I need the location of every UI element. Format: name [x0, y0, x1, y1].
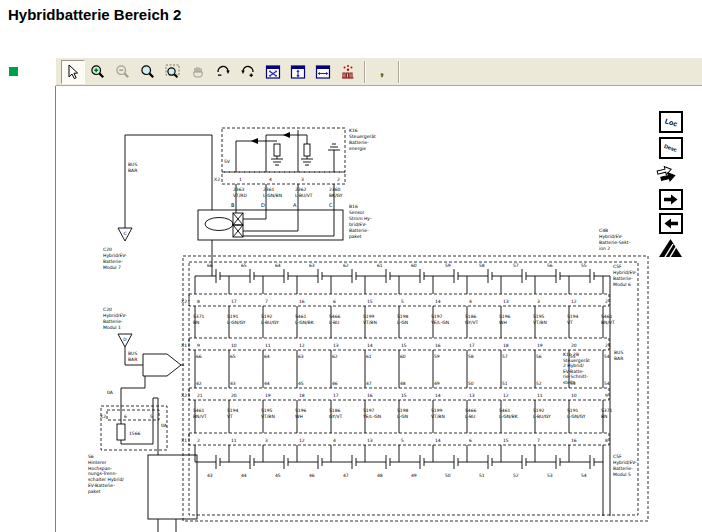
- svg-text:5195: 5195: [533, 314, 545, 319]
- svg-text:5194: 5194: [227, 408, 239, 413]
- svg-text:54: 54: [581, 473, 587, 478]
- svg-text:2: 2: [605, 299, 608, 304]
- svg-text:61: 61: [366, 354, 372, 359]
- toolbar-separator: [398, 61, 400, 83]
- svg-text:5186: 5186: [465, 314, 477, 319]
- svg-text:65: 65: [230, 354, 236, 359]
- pin-number: 4: [269, 177, 272, 182]
- zoom-button[interactable]: [136, 60, 160, 84]
- previous-link-icon[interactable]: [659, 213, 683, 234]
- svg-text:11: 11: [231, 438, 237, 443]
- svg-text:L-GN/GY: L-GN/GY: [567, 414, 586, 419]
- battery-section-outer: [183, 256, 648, 521]
- svg-text:L-BU/GY: L-BU/GY: [533, 414, 551, 419]
- svg-text:18: 18: [299, 393, 305, 398]
- svg-text:5192: 5192: [533, 408, 545, 413]
- zoom-region-button[interactable]: [161, 60, 185, 84]
- k1n-label: K1n 2BSteuergerät2 Hybrid/EV-Batte-rie-S…: [563, 352, 590, 385]
- svg-text:49: 49: [434, 381, 440, 386]
- svg-text:52: 52: [536, 381, 542, 386]
- terminal-letter: B: [231, 202, 235, 208]
- svg-text:58: 58: [468, 354, 474, 359]
- svg-text:X2: X2: [181, 393, 187, 398]
- svg-text:5461: 5461: [193, 408, 205, 413]
- svg-text:59: 59: [445, 263, 451, 268]
- circuit-number: 2363: [233, 187, 245, 192]
- svg-text:12: 12: [299, 438, 305, 443]
- battery-cell-rows: 666564636261605958575655X281771661551441…: [181, 263, 615, 516]
- svg-text:3: 3: [537, 299, 540, 304]
- svg-text:4: 4: [333, 438, 336, 443]
- rotate-cw-button[interactable]: [211, 60, 235, 84]
- loc-link-icon[interactable]: Loc: [659, 111, 683, 133]
- zoom-in-button[interactable]: [86, 60, 110, 84]
- svg-text:5: 5: [401, 438, 404, 443]
- svg-text:?: ?: [381, 73, 384, 78]
- related-diagrams-icon[interactable]: [654, 161, 686, 185]
- svg-text:8: 8: [605, 438, 608, 443]
- svg-text:55: 55: [581, 263, 587, 268]
- svg-text:11: 11: [537, 393, 543, 398]
- desc-link-icon[interactable]: Desc: [659, 137, 683, 159]
- c20-modul1-label: C20Hybrid/EV-Batterie-Modul 1: [103, 307, 127, 330]
- svg-text:5191: 5191: [567, 408, 579, 413]
- svg-text:L-BU: L-BU: [465, 414, 475, 419]
- svg-text:63: 63: [309, 263, 315, 268]
- fit-page-button[interactable]: [261, 60, 285, 84]
- svg-text:L-GN: L-GN: [397, 320, 408, 325]
- svg-text:19: 19: [265, 393, 271, 398]
- svg-text:50: 50: [468, 381, 474, 386]
- pin-number: 1: [239, 177, 242, 182]
- fuse-symbol: [117, 424, 125, 440]
- svg-text:54: 54: [604, 354, 610, 359]
- bus-bar-label: BUSBAR: [128, 162, 137, 173]
- svg-text:62: 62: [332, 354, 338, 359]
- svg-text:VT: VT: [227, 414, 233, 419]
- svg-text:GY/VT: GY/VT: [329, 414, 343, 419]
- svg-text:15: 15: [401, 343, 407, 348]
- svg-text:5371: 5371: [193, 314, 205, 319]
- highlight-button[interactable]: [336, 60, 360, 84]
- svg-text:60: 60: [411, 263, 417, 268]
- callout-triangle-icon[interactable]: [657, 236, 684, 259]
- svg-text:65: 65: [241, 263, 247, 268]
- next-link-icon[interactable]: [659, 189, 683, 210]
- fit-width-button[interactable]: [311, 60, 335, 84]
- s6-label: S6HintererHochspan-nungs-Trenn-schalter …: [88, 454, 124, 494]
- svg-text:L-GN/BK: L-GN/BK: [295, 320, 315, 325]
- svg-text:13: 13: [469, 393, 475, 398]
- pan-button[interactable]: [186, 60, 210, 84]
- svg-text:9: 9: [605, 393, 608, 398]
- bus-bar-label: BUSBAR: [614, 350, 623, 361]
- svg-text:14: 14: [367, 343, 373, 348]
- svg-text:X1: X1: [181, 438, 187, 443]
- diagram-canvas[interactable]: BUSBAR C C20Hybrid/EV-Batterie-Modul 7 C…: [55, 86, 702, 532]
- svg-text:61: 61: [377, 263, 383, 268]
- circuit-number: 2360: [329, 187, 341, 192]
- svg-text:2: 2: [197, 438, 200, 443]
- c5f-modul5-label: C5FHybrid/EV-Batterie-Modul 5: [613, 454, 637, 477]
- svg-text:5198: 5198: [397, 314, 409, 319]
- svg-text:5199: 5199: [363, 314, 375, 319]
- current-loop-symbol: [205, 218, 233, 231]
- select-button[interactable]: [61, 60, 85, 84]
- svg-text:66: 66: [196, 354, 202, 359]
- svg-text:6: 6: [333, 299, 336, 304]
- probe-highlight-icon: [339, 63, 357, 81]
- svg-text:54: 54: [604, 381, 610, 386]
- rotate-ccw-button[interactable]: [236, 60, 260, 84]
- terminal-letter: A: [293, 202, 297, 208]
- help-button[interactable]: ?: [370, 60, 394, 84]
- svg-text:13: 13: [367, 438, 373, 443]
- svg-text:5191: 5191: [227, 314, 239, 319]
- hand-icon: [189, 63, 207, 81]
- bus-bar-label: BUSBAR: [128, 351, 137, 362]
- magnifier-minus-icon: [114, 63, 132, 81]
- terminal-letter: D: [261, 202, 265, 208]
- zoom-out-button[interactable]: [111, 60, 135, 84]
- rotate-minus-icon: [214, 63, 232, 81]
- svg-text:13: 13: [503, 299, 509, 304]
- svg-text:47: 47: [366, 381, 372, 386]
- resistor-symbol: [304, 144, 310, 156]
- fit-height-button[interactable]: [286, 60, 310, 84]
